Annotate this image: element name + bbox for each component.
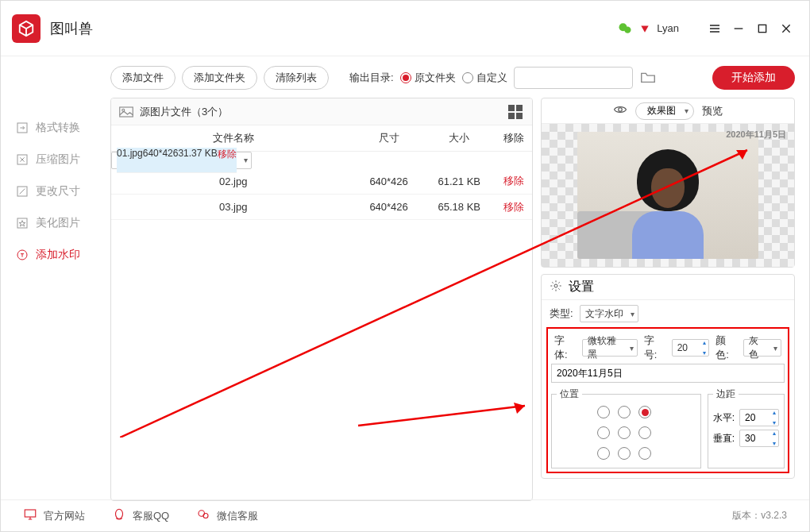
pos-tr[interactable]	[638, 406, 651, 418]
sidebar-item-compress[interactable]: 压缩图片	[1, 144, 104, 175]
remove-link[interactable]: 移除	[218, 148, 237, 160]
pos-mr[interactable]	[638, 426, 651, 439]
pos-tl[interactable]	[597, 406, 610, 418]
wechat-service-icon	[196, 507, 210, 524]
position-legend: 位置	[557, 387, 582, 401]
font-label: 字体:	[554, 333, 576, 362]
pos-bl[interactable]	[597, 447, 610, 460]
radio-source-folder[interactable]: 原文件夹	[400, 71, 456, 85]
position-fieldset: 位置	[551, 387, 701, 468]
fontsize-input[interactable]: 20	[672, 339, 710, 357]
svg-point-1	[624, 26, 631, 33]
table-row[interactable]: 03.jpg640*42665.18 KB移除	[111, 195, 532, 220]
margin-legend: 边距	[713, 387, 739, 401]
svg-rect-2	[758, 25, 766, 32]
pos-ml[interactable]	[597, 426, 610, 439]
svg-point-11	[554, 284, 557, 287]
close-button[interactable]	[774, 17, 798, 40]
watermark-text-input[interactable]	[551, 364, 785, 383]
preview-label: 预览	[702, 104, 723, 118]
pos-tc[interactable]	[618, 406, 631, 418]
preview-mode-select[interactable]: 效果图	[635, 102, 694, 120]
output-label: 输出目录:	[349, 71, 394, 85]
toolbar: 添加文件 添加文件夹 清除列表 输出目录: 原文件夹 自定义 开始添加	[110, 66, 795, 90]
watermark-icon	[15, 248, 29, 262]
convert-icon	[15, 121, 29, 135]
preview-panel: 效果图 预览 2020年11月5日	[541, 98, 795, 268]
footer-wechat[interactable]: 微信客服	[196, 507, 258, 524]
compress-icon	[15, 152, 29, 167]
view-toggle-button[interactable]	[508, 105, 524, 119]
color-label: 颜色:	[716, 333, 737, 362]
margin-v-label: 垂直:	[713, 432, 735, 445]
eye-icon	[613, 102, 627, 120]
col-size: 尺寸	[355, 125, 422, 151]
username: Lyan	[657, 22, 679, 34]
table-row[interactable]: 01.jpg640*42631.37 KB移除	[111, 152, 252, 169]
col-bytes: 大小	[422, 125, 496, 151]
sidebar-item-format[interactable]: 格式转换	[1, 112, 104, 144]
type-label: 类型:	[550, 306, 573, 321]
margin-h-label: 水平:	[713, 411, 735, 425]
gem-icon	[639, 23, 650, 34]
app-logo	[12, 14, 40, 43]
pos-bc[interactable]	[618, 447, 631, 460]
sidebar-label: 美化图片	[36, 216, 80, 230]
fontsize-label: 字号:	[644, 333, 665, 362]
add-folder-button[interactable]: 添加文件夹	[182, 66, 257, 90]
sidebar-item-beautify[interactable]: 美化图片	[1, 207, 104, 239]
minimize-button[interactable]	[727, 17, 750, 40]
file-table: 文件名称 尺寸 大小 移除 01.jpg640*42631.37 KB移除02.…	[111, 125, 532, 220]
footer: 官方网站 客服QQ 微信客服 版本：v3.2.3	[1, 499, 809, 531]
watermark-overlay: 2020年11月5日	[726, 129, 786, 141]
type-select[interactable]: 文字水印	[580, 305, 638, 322]
footer-qq[interactable]: 客服QQ	[112, 507, 169, 524]
maximize-button[interactable]	[750, 17, 774, 40]
start-button[interactable]: 开始添加	[712, 66, 795, 90]
margin-v-input[interactable]: 30	[739, 430, 779, 447]
margin-fieldset: 边距 水平: 20 垂直: 30	[708, 387, 785, 468]
beautify-icon	[15, 216, 29, 230]
file-list-panel: 源图片文件（3个） 文件名称 尺寸 大小 移除 01.jpg640*42631.…	[110, 98, 533, 501]
resize-icon	[15, 184, 29, 199]
svg-rect-8	[120, 107, 133, 117]
sidebar-label: 压缩图片	[36, 152, 80, 167]
svg-rect-16	[25, 510, 36, 517]
preview-image: 2020年11月5日	[542, 124, 794, 267]
sidebar-item-resize[interactable]: 更改尺寸	[1, 175, 104, 207]
color-select[interactable]: 灰色	[743, 339, 781, 357]
font-select[interactable]: 微软雅黑	[582, 339, 638, 357]
settings-title: 设置	[569, 279, 594, 295]
qq-icon	[112, 507, 126, 524]
sidebar-label: 更改尺寸	[36, 184, 80, 199]
highlight-frame: 字体: 微软雅黑 字号: 20 颜色: 灰色 位置	[546, 327, 789, 473]
svg-point-17	[116, 509, 123, 519]
margin-h-input[interactable]: 20	[739, 409, 779, 426]
pos-mc[interactable]	[618, 426, 631, 439]
col-remove: 移除	[496, 125, 532, 151]
monitor-icon	[23, 507, 37, 524]
version-text: 版本：v3.2.3	[732, 509, 787, 522]
browse-folder-button[interactable]	[639, 68, 658, 87]
remove-link[interactable]: 移除	[503, 175, 524, 187]
gear-icon	[550, 279, 562, 295]
app-title: 图叫兽	[50, 19, 93, 38]
output-path-input[interactable]	[514, 67, 633, 89]
footer-site[interactable]: 官方网站	[23, 507, 85, 524]
menu-button[interactable]	[703, 17, 727, 40]
clear-list-button[interactable]: 清除列表	[264, 66, 329, 90]
sidebar-item-watermark[interactable]: 添加水印	[1, 239, 104, 271]
remove-link[interactable]: 移除	[503, 201, 524, 213]
settings-panel: 设置 类型: 文字水印 字体: 微软雅黑 字号: 20 颜色: 灰色	[541, 274, 795, 479]
pos-br[interactable]	[638, 447, 651, 460]
svg-point-10	[619, 107, 623, 111]
sidebar: 格式转换 压缩图片 更改尺寸 美化图片 添加水印	[1, 56, 104, 501]
sidebar-label: 格式转换	[36, 121, 80, 135]
radio-custom-folder[interactable]: 自定义	[462, 71, 507, 85]
add-file-button[interactable]: 添加文件	[110, 66, 176, 90]
sidebar-label: 添加水印	[36, 248, 80, 262]
user-area[interactable]: Lyan	[617, 21, 679, 37]
titlebar: 图叫兽 Lyan	[1, 1, 809, 56]
wechat-icon	[617, 21, 633, 37]
svg-point-19	[203, 514, 208, 519]
